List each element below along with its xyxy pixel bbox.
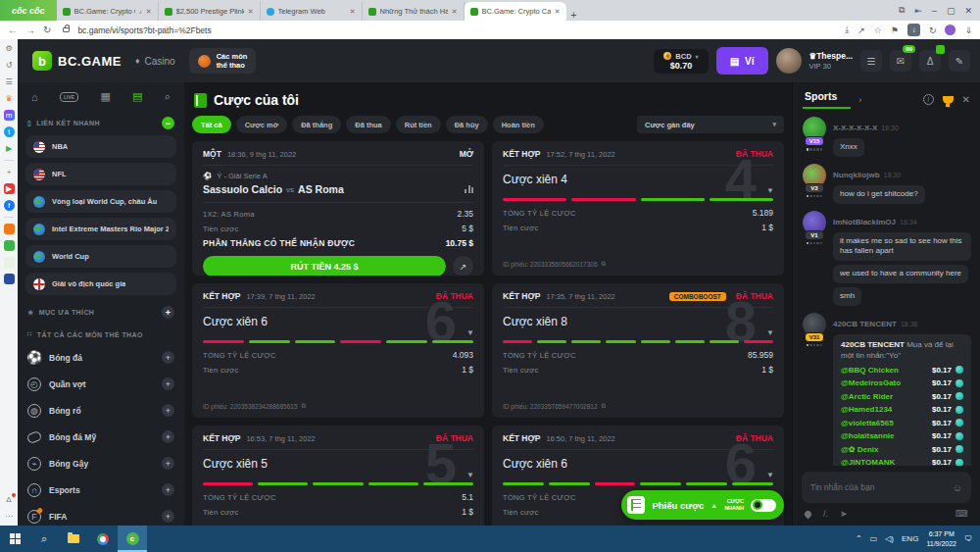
store-icon[interactable] bbox=[4, 240, 15, 251]
close-window-icon[interactable]: ✕ bbox=[964, 6, 972, 16]
expand-plus-icon[interactable]: + bbox=[162, 430, 174, 443]
badminton-icon[interactable] bbox=[4, 257, 15, 268]
expand-plus-icon[interactable]: + bbox=[162, 351, 174, 364]
chevron-down-icon[interactable]: ▼ bbox=[766, 186, 774, 195]
emoji-icon[interactable]: ☺ bbox=[953, 482, 962, 493]
twitter-icon[interactable]: t bbox=[4, 126, 15, 137]
chat-username[interactable]: 420CB TENCENT bbox=[833, 320, 897, 328]
tip-recipient-name[interactable]: @holaitsannie bbox=[841, 431, 932, 440]
search-icon[interactable]: ⌕ bbox=[165, 90, 171, 103]
copy-icon[interactable]: ⧉ bbox=[602, 260, 607, 268]
expand-plus-icon[interactable]: + bbox=[162, 377, 174, 390]
capture-icon[interactable]: ⧉ bbox=[899, 5, 905, 16]
filter-won[interactable]: Đã thắng bbox=[292, 116, 341, 133]
chevron-down-icon[interactable]: ▼ bbox=[466, 471, 474, 479]
shopping-icon[interactable] bbox=[4, 224, 15, 234]
balance-selector[interactable]: ¢ BCD ▾ $0.70 bbox=[654, 49, 708, 74]
downloads-tray-icon[interactable]: ⇓ bbox=[964, 25, 972, 35]
mail-icon[interactable]: ✉ 99 bbox=[890, 50, 911, 72]
sidebar-item-esports[interactable]: ∩ Esports + bbox=[25, 477, 176, 503]
user-info[interactable]: ♛Thespe... VIP 30 bbox=[809, 51, 853, 71]
notifications-bell-icon[interactable]: Δ bbox=[919, 50, 941, 72]
tip-recipient-name[interactable]: @Arctic Rider bbox=[841, 392, 932, 401]
chat-username[interactable]: Nunqkliojwb bbox=[833, 171, 880, 179]
tip-recipient-name[interactable]: @MedeirosGato bbox=[841, 378, 932, 387]
session-icon[interactable]: ⇤ bbox=[914, 6, 922, 16]
tip-recipient-name[interactable]: @BBQ Chicken bbox=[841, 366, 932, 375]
quicklink-world-cup[interactable]: World Cup bbox=[25, 245, 176, 268]
tab-close-icon[interactable]: ✕ bbox=[452, 8, 458, 16]
forward-icon[interactable]: → bbox=[25, 25, 35, 35]
filter-all[interactable]: Tất cả bbox=[192, 116, 231, 133]
tip-recipient-name[interactable]: @violetta6565 bbox=[841, 419, 932, 427]
network-icon[interactable]: ▭ bbox=[870, 534, 878, 543]
crown-icon[interactable]: ♛ bbox=[4, 93, 15, 104]
chat-username[interactable]: X-X-X-X-X-X bbox=[833, 124, 877, 132]
gif-keyboard-icon[interactable]: ⌨ bbox=[956, 509, 968, 519]
file-explorer-icon[interactable] bbox=[59, 526, 88, 552]
coccoc-brand[interactable]: cốc cốc bbox=[0, 0, 57, 21]
browser-tab[interactable]: Những Thử thách Hàng ngà ✕ bbox=[363, 2, 465, 21]
filter-lost[interactable]: Đã thua bbox=[346, 116, 391, 133]
url-text[interactable]: bc.game/vi/sports?bt-path=%2Fbets bbox=[77, 25, 837, 35]
cashout-button[interactable]: RÚT TIỀN 4.25 $ bbox=[203, 256, 446, 276]
sidebar-item-cricket[interactable]: ⌁ Bóng Gậy + bbox=[25, 450, 176, 477]
chat-username[interactable]: ImNotBlackImOJ bbox=[833, 218, 896, 226]
tab-close-icon[interactable]: ✕ bbox=[350, 8, 356, 16]
copy-icon[interactable]: ⧉ bbox=[302, 402, 307, 410]
profile-avatar-icon[interactable] bbox=[945, 25, 956, 35]
tip-recipient-name[interactable]: @✿ Denix bbox=[841, 445, 932, 454]
nav-casino[interactable]: ♦ Casino bbox=[135, 56, 175, 67]
bookmaker-icon[interactable] bbox=[4, 274, 15, 284]
download-active-icon[interactable]: ↓ bbox=[907, 24, 920, 36]
quick-bet-toggle[interactable] bbox=[751, 499, 776, 512]
live-icon[interactable]: LIVE bbox=[60, 92, 78, 102]
messenger-icon[interactable]: m bbox=[4, 110, 15, 121]
slash-command-icon[interactable]: /. bbox=[823, 509, 828, 519]
chrome-icon[interactable] bbox=[88, 526, 118, 552]
add-shortcut-icon[interactable]: + bbox=[4, 167, 15, 177]
more-options-icon[interactable]: ⋯ bbox=[4, 511, 15, 522]
youtube-icon[interactable]: ▶ bbox=[4, 183, 15, 194]
history-icon[interactable]: ↺ bbox=[4, 60, 15, 71]
share-icon[interactable]: ↗ bbox=[858, 25, 865, 35]
tip-recipient-name[interactable]: @JINTOMANK bbox=[841, 458, 932, 466]
quicklink-nba[interactable]: NBA bbox=[25, 135, 176, 158]
add-favorite-button[interactable]: + bbox=[162, 306, 174, 319]
expand-plus-icon[interactable]: + bbox=[162, 483, 174, 496]
rocket-icon[interactable]: ➤ bbox=[840, 509, 848, 519]
chevron-down-icon[interactable]: ▼ bbox=[766, 471, 774, 479]
browser-tab[interactable]: Telegram Web ✕ bbox=[261, 2, 363, 21]
stats-icon[interactable] bbox=[465, 185, 473, 193]
tab-close-icon[interactable]: ✕ bbox=[555, 8, 561, 16]
account-menu-icon[interactable]: ☰ bbox=[860, 50, 882, 72]
bookmark-star-icon[interactable]: ☆ bbox=[874, 25, 882, 35]
filter-refund[interactable]: Hoàn tiền bbox=[493, 116, 544, 133]
quicklink-wc-qualifiers[interactable]: Vòng loại World Cup, châu Âu bbox=[25, 190, 176, 213]
bcgame-logo[interactable]: b BC.GAME bbox=[32, 51, 122, 71]
filter-cashout[interactable]: Rút tiền bbox=[396, 116, 441, 133]
language-indicator[interactable]: ENG bbox=[902, 534, 918, 543]
tab-close-icon[interactable]: ✕ bbox=[248, 8, 254, 16]
maximize-icon[interactable]: ▢ bbox=[947, 6, 956, 16]
volume-icon[interactable]: ◁) bbox=[885, 534, 894, 543]
expand-plus-icon[interactable]: + bbox=[162, 457, 174, 470]
my-bets-icon[interactable]: ▤ bbox=[132, 90, 142, 103]
filter-open[interactable]: Cược mở bbox=[236, 116, 287, 133]
schedule-calendar-icon[interactable]: ▦ bbox=[100, 90, 110, 103]
updater-icon[interactable]: ↻ bbox=[929, 25, 937, 35]
user-avatar[interactable] bbox=[776, 48, 802, 74]
save-page-icon[interactable]: ⤓ bbox=[845, 25, 849, 35]
action-center-icon[interactable]: 🗨 bbox=[964, 534, 972, 543]
chevron-right-icon[interactable]: › bbox=[858, 95, 861, 105]
settings-gear-icon[interactable]: ⚙ bbox=[4, 43, 15, 54]
tab-close-icon[interactable]: ✕ bbox=[146, 8, 152, 16]
sidebar-item-american-football[interactable]: Bóng đá Mỹ + bbox=[25, 424, 176, 450]
wallet-button[interactable]: ▤ Ví bbox=[716, 47, 768, 75]
browser-tab[interactable]: BC.Game: Crypto Casino ♪ ✕ bbox=[57, 2, 159, 21]
chevron-down-icon[interactable]: ▼ bbox=[766, 328, 774, 337]
filter-cancelled[interactable]: Đã hủy bbox=[446, 116, 488, 133]
chevron-down-icon[interactable]: ▼ bbox=[466, 328, 474, 337]
sidebar-item-soccer[interactable]: ⚽ Bóng đá + bbox=[25, 344, 176, 371]
share-bet-button[interactable]: ↗ bbox=[453, 256, 473, 276]
